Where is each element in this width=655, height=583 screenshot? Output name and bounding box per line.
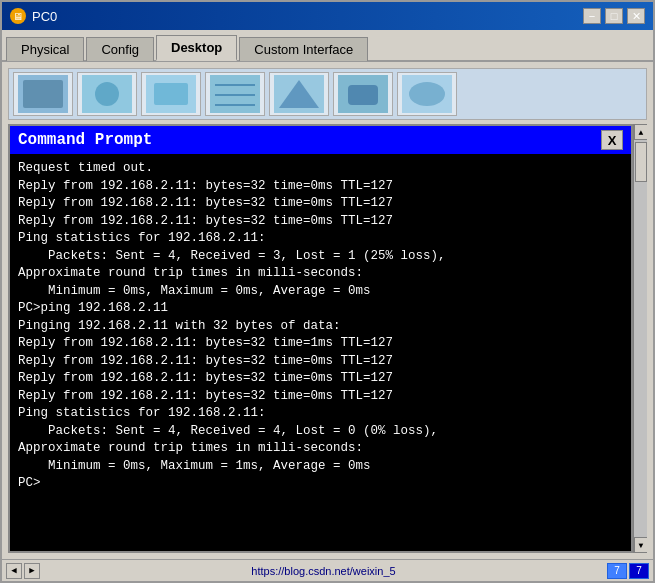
cmd-line: Pinging 192.168.2.11 with 32 bytes of da… bbox=[18, 318, 623, 336]
tab-bar: Physical Config Desktop Custom Interface bbox=[2, 30, 653, 62]
cmd-line: Request timed out. bbox=[18, 160, 623, 178]
svg-rect-5 bbox=[154, 83, 188, 105]
title-bar-controls: − □ ✕ bbox=[583, 8, 645, 24]
scroll-down-button[interactable]: ▼ bbox=[634, 537, 647, 553]
thumb-5[interactable] bbox=[269, 72, 329, 116]
content-area: Command Prompt X Request timed out.Reply… bbox=[2, 62, 653, 559]
scrollbar-track[interactable] bbox=[634, 140, 647, 537]
cmd-close-button[interactable]: X bbox=[601, 130, 623, 150]
minimize-button[interactable]: − bbox=[583, 8, 601, 24]
tab-physical[interactable]: Physical bbox=[6, 37, 84, 61]
cmd-line: Reply from 192.168.2.11: bytes=32 time=0… bbox=[18, 388, 623, 406]
cmd-body[interactable]: Request timed out.Reply from 192.168.2.1… bbox=[10, 154, 631, 551]
page-num-1[interactable]: 7 bbox=[607, 563, 627, 579]
scrollbar-thumb[interactable] bbox=[635, 142, 647, 182]
cmd-line: Packets: Sent = 4, Received = 3, Lost = … bbox=[18, 248, 623, 266]
page-indicators: 7 7 bbox=[607, 563, 649, 579]
thumb-1[interactable] bbox=[13, 72, 73, 116]
thumb-6[interactable] bbox=[333, 72, 393, 116]
window-title: PC0 bbox=[32, 9, 57, 24]
app-icon: 🖥 bbox=[10, 8, 26, 24]
main-window: 🖥 PC0 − □ ✕ Physical Config Desktop Cust… bbox=[0, 0, 655, 583]
tab-config[interactable]: Config bbox=[86, 37, 154, 61]
thumb-7[interactable] bbox=[397, 72, 457, 116]
cmd-line: Minimum = 0ms, Maximum = 1ms, Average = … bbox=[18, 458, 623, 476]
thumbnail-strip bbox=[8, 68, 647, 120]
cmd-line: Ping statistics for 192.168.2.11: bbox=[18, 230, 623, 248]
svg-point-15 bbox=[409, 82, 445, 106]
tab-desktop[interactable]: Desktop bbox=[156, 35, 237, 61]
cmd-line: Reply from 192.168.2.11: bytes=32 time=0… bbox=[18, 353, 623, 371]
svg-rect-13 bbox=[348, 85, 378, 105]
svg-rect-1 bbox=[23, 80, 63, 108]
tab-custom-interface[interactable]: Custom Interface bbox=[239, 37, 368, 61]
cmd-line: Reply from 192.168.2.11: bytes=32 time=0… bbox=[18, 213, 623, 231]
thumb-4[interactable] bbox=[205, 72, 265, 116]
thumb-3[interactable] bbox=[141, 72, 201, 116]
thumb-2[interactable] bbox=[77, 72, 137, 116]
scroll-right-button[interactable]: ▶ bbox=[24, 563, 40, 579]
command-prompt-window: Command Prompt X Request timed out.Reply… bbox=[8, 124, 633, 553]
horizontal-scroll-controls: ◀ ▶ bbox=[6, 563, 40, 579]
cmd-line: Approximate round trip times in milli-se… bbox=[18, 440, 623, 458]
cmd-line: Reply from 192.168.2.11: bytes=32 time=0… bbox=[18, 178, 623, 196]
status-bar: ◀ ▶ https://blog.csdn.net/weixin_5 7 7 bbox=[2, 559, 653, 581]
title-bar-left: 🖥 PC0 bbox=[10, 8, 57, 24]
title-bar: 🖥 PC0 − □ ✕ bbox=[2, 2, 653, 30]
cmd-title: Command Prompt bbox=[18, 131, 152, 149]
cmd-line: Ping statistics for 192.168.2.11: bbox=[18, 405, 623, 423]
cmd-line: Packets: Sent = 4, Received = 4, Lost = … bbox=[18, 423, 623, 441]
scroll-left-button[interactable]: ◀ bbox=[6, 563, 22, 579]
cmd-line: Minimum = 0ms, Maximum = 0ms, Average = … bbox=[18, 283, 623, 301]
cmd-line: PC>ping 192.168.2.11 bbox=[18, 300, 623, 318]
cmd-line: Reply from 192.168.2.11: bytes=32 time=0… bbox=[18, 195, 623, 213]
vertical-scrollbar: ▲ ▼ bbox=[633, 124, 647, 553]
svg-point-3 bbox=[95, 82, 119, 106]
cmd-line: PC> bbox=[18, 475, 623, 493]
cmd-line: Reply from 192.168.2.11: bytes=32 time=0… bbox=[18, 370, 623, 388]
page-num-2[interactable]: 7 bbox=[629, 563, 649, 579]
close-button[interactable]: ✕ bbox=[627, 8, 645, 24]
maximize-button[interactable]: □ bbox=[605, 8, 623, 24]
cmd-line: Approximate round trip times in milli-se… bbox=[18, 265, 623, 283]
command-prompt-container: Command Prompt X Request timed out.Reply… bbox=[8, 124, 647, 553]
cmd-titlebar: Command Prompt X bbox=[10, 126, 631, 154]
scroll-up-button[interactable]: ▲ bbox=[634, 124, 647, 140]
status-url: https://blog.csdn.net/weixin_5 bbox=[251, 565, 395, 577]
cmd-line: Reply from 192.168.2.11: bytes=32 time=1… bbox=[18, 335, 623, 353]
